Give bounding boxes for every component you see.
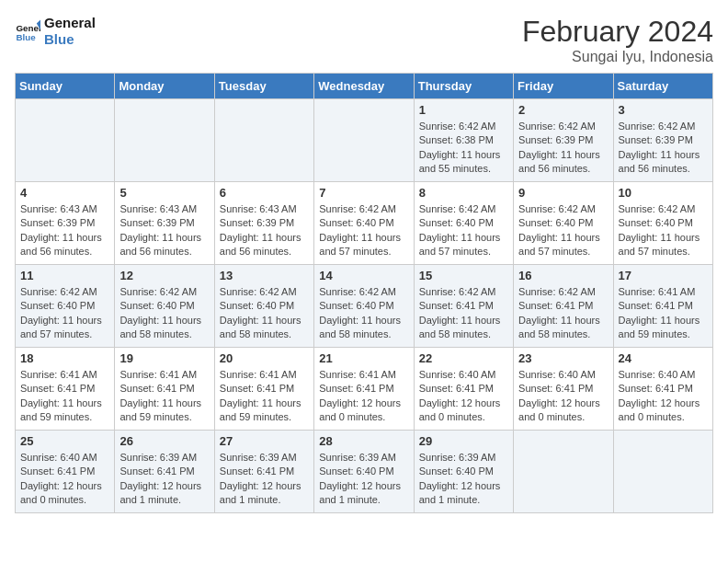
header: General Blue General Blue February 2024 … [15, 15, 713, 65]
calendar-cell [514, 431, 613, 513]
calendar-week-row: 1Sunrise: 6:42 AMSunset: 6:38 PMDaylight… [16, 99, 713, 182]
calendar-cell: 12Sunrise: 6:42 AMSunset: 6:40 PMDayligh… [115, 265, 214, 348]
day-info: Sunrise: 6:42 AMSunset: 6:40 PMDaylight:… [619, 202, 708, 259]
calendar-cell: 15Sunrise: 6:42 AMSunset: 6:41 PMDayligh… [414, 265, 513, 348]
col-header-monday: Monday [115, 74, 214, 99]
day-number: 18 [20, 351, 109, 365]
day-info: Sunrise: 6:42 AMSunset: 6:40 PMDaylight:… [419, 202, 508, 259]
logo-blue: Blue [44, 31, 96, 48]
day-number: 19 [119, 351, 209, 365]
calendar-cell: 29Sunrise: 6:39 AMSunset: 6:40 PMDayligh… [414, 431, 513, 513]
day-number: 21 [319, 351, 408, 365]
day-number: 16 [518, 269, 608, 282]
day-number: 10 [619, 186, 708, 200]
day-number: 11 [20, 269, 109, 282]
col-header-saturday: Saturday [613, 74, 712, 99]
generalblue-logo-icon: General Blue [15, 18, 40, 44]
calendar-cell: 23Sunrise: 6:40 AMSunset: 6:41 PMDayligh… [514, 348, 613, 431]
calendar-cell: 19Sunrise: 6:41 AMSunset: 6:41 PMDayligh… [115, 348, 214, 431]
calendar-cell: 18Sunrise: 6:41 AMSunset: 6:41 PMDayligh… [16, 348, 115, 431]
calendar-table: SundayMondayTuesdayWednesdayThursdayFrid… [15, 73, 713, 513]
day-number: 28 [319, 434, 408, 448]
day-number: 22 [419, 351, 508, 365]
calendar-cell: 28Sunrise: 6:39 AMSunset: 6:40 PMDayligh… [314, 431, 414, 513]
day-info: Sunrise: 6:43 AMSunset: 6:39 PMDaylight:… [119, 202, 209, 259]
calendar-header-row: SundayMondayTuesdayWednesdayThursdayFrid… [16, 74, 713, 99]
calendar-cell: 26Sunrise: 6:39 AMSunset: 6:41 PMDayligh… [115, 431, 214, 513]
calendar-cell: 22Sunrise: 6:40 AMSunset: 6:41 PMDayligh… [414, 348, 513, 431]
calendar-cell: 1Sunrise: 6:42 AMSunset: 6:38 PMDaylight… [414, 99, 513, 182]
day-info: Sunrise: 6:43 AMSunset: 6:39 PMDaylight:… [220, 202, 309, 259]
day-info: Sunrise: 6:40 AMSunset: 6:41 PMDaylight:… [518, 368, 608, 425]
calendar-cell: 3Sunrise: 6:42 AMSunset: 6:39 PMDaylight… [613, 99, 712, 182]
calendar-cell: 11Sunrise: 6:42 AMSunset: 6:40 PMDayligh… [16, 265, 115, 348]
calendar-cell: 27Sunrise: 6:39 AMSunset: 6:41 PMDayligh… [214, 431, 313, 513]
day-info: Sunrise: 6:41 AMSunset: 6:41 PMDaylight:… [220, 368, 309, 425]
logo: General Blue General Blue [15, 15, 96, 48]
calendar-cell: 8Sunrise: 6:42 AMSunset: 6:40 PMDaylight… [414, 182, 513, 265]
day-info: Sunrise: 6:39 AMSunset: 6:41 PMDaylight:… [220, 451, 309, 508]
day-number: 20 [220, 351, 309, 365]
logo-general: General [44, 15, 96, 31]
calendar-cell: 7Sunrise: 6:42 AMSunset: 6:40 PMDaylight… [314, 182, 414, 265]
day-number: 29 [419, 434, 508, 448]
col-header-friday: Friday [514, 74, 613, 99]
day-info: Sunrise: 6:39 AMSunset: 6:40 PMDaylight:… [319, 451, 408, 508]
day-info: Sunrise: 6:42 AMSunset: 6:40 PMDaylight:… [518, 202, 608, 259]
col-header-tuesday: Tuesday [214, 74, 313, 99]
day-info: Sunrise: 6:42 AMSunset: 6:40 PMDaylight:… [319, 285, 408, 342]
col-header-thursday: Thursday [414, 74, 513, 99]
location-subtitle: Sungai Iyu, Indonesia [522, 49, 713, 65]
day-info: Sunrise: 6:41 AMSunset: 6:41 PMDaylight:… [20, 368, 109, 425]
calendar-cell: 21Sunrise: 6:41 AMSunset: 6:41 PMDayligh… [314, 348, 414, 431]
day-number: 3 [619, 103, 708, 117]
day-number: 1 [419, 103, 508, 117]
calendar-cell: 24Sunrise: 6:40 AMSunset: 6:41 PMDayligh… [613, 348, 712, 431]
calendar-cell: 25Sunrise: 6:40 AMSunset: 6:41 PMDayligh… [16, 431, 115, 513]
day-number: 14 [319, 269, 408, 282]
day-info: Sunrise: 6:42 AMSunset: 6:40 PMDaylight:… [319, 202, 408, 259]
day-number: 8 [419, 186, 508, 200]
calendar-cell: 4Sunrise: 6:43 AMSunset: 6:39 PMDaylight… [16, 182, 115, 265]
day-number: 9 [518, 186, 608, 200]
month-year-title: February 2024 [522, 15, 713, 49]
calendar-cell: 16Sunrise: 6:42 AMSunset: 6:41 PMDayligh… [514, 265, 613, 348]
day-number: 17 [619, 269, 708, 282]
calendar-cell: 5Sunrise: 6:43 AMSunset: 6:39 PMDaylight… [115, 182, 214, 265]
calendar-cell [16, 99, 115, 182]
day-info: Sunrise: 6:41 AMSunset: 6:41 PMDaylight:… [319, 368, 408, 425]
day-number: 4 [20, 186, 109, 200]
day-number: 23 [518, 351, 608, 365]
calendar-cell: 6Sunrise: 6:43 AMSunset: 6:39 PMDaylight… [214, 182, 313, 265]
day-info: Sunrise: 6:39 AMSunset: 6:41 PMDaylight:… [119, 451, 209, 508]
day-number: 12 [119, 269, 209, 282]
calendar-cell: 9Sunrise: 6:42 AMSunset: 6:40 PMDaylight… [514, 182, 613, 265]
day-info: Sunrise: 6:40 AMSunset: 6:41 PMDaylight:… [20, 451, 109, 508]
calendar-week-row: 11Sunrise: 6:42 AMSunset: 6:40 PMDayligh… [16, 265, 713, 348]
calendar-cell [613, 431, 712, 513]
day-info: Sunrise: 6:42 AMSunset: 6:41 PMDaylight:… [419, 285, 508, 342]
calendar-cell: 14Sunrise: 6:42 AMSunset: 6:40 PMDayligh… [314, 265, 414, 348]
day-number: 25 [20, 434, 109, 448]
day-info: Sunrise: 6:43 AMSunset: 6:39 PMDaylight:… [20, 202, 109, 259]
svg-text:Blue: Blue [16, 32, 36, 42]
col-header-wednesday: Wednesday [314, 74, 414, 99]
calendar-cell [214, 99, 313, 182]
day-number: 5 [119, 186, 209, 200]
day-number: 15 [419, 269, 508, 282]
day-info: Sunrise: 6:41 AMSunset: 6:41 PMDaylight:… [119, 368, 209, 425]
day-number: 27 [220, 434, 309, 448]
calendar-week-row: 18Sunrise: 6:41 AMSunset: 6:41 PMDayligh… [16, 348, 713, 431]
day-info: Sunrise: 6:42 AMSunset: 6:38 PMDaylight:… [419, 120, 508, 177]
day-number: 2 [518, 103, 608, 117]
day-info: Sunrise: 6:41 AMSunset: 6:41 PMDaylight:… [619, 285, 708, 342]
day-info: Sunrise: 6:42 AMSunset: 6:40 PMDaylight:… [20, 285, 109, 342]
calendar-cell: 20Sunrise: 6:41 AMSunset: 6:41 PMDayligh… [214, 348, 313, 431]
day-info: Sunrise: 6:40 AMSunset: 6:41 PMDaylight:… [619, 368, 708, 425]
calendar-week-row: 4Sunrise: 6:43 AMSunset: 6:39 PMDaylight… [16, 182, 713, 265]
calendar-cell: 13Sunrise: 6:42 AMSunset: 6:40 PMDayligh… [214, 265, 313, 348]
day-number: 24 [619, 351, 708, 365]
col-header-sunday: Sunday [16, 74, 115, 99]
day-info: Sunrise: 6:42 AMSunset: 6:40 PMDaylight:… [220, 285, 309, 342]
calendar-cell [314, 99, 414, 182]
